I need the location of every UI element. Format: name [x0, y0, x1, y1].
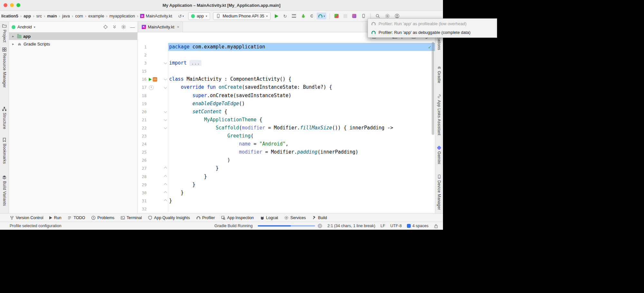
collapse-all-button[interactable] [112, 25, 117, 29]
layout-inspector-button[interactable] [351, 13, 358, 19]
hide-panel-button[interactable]: — [130, 25, 135, 30]
breadcrumb-item-mainactivity-kt[interactable]: KMainActivity.kt [139, 13, 173, 19]
rerun-button[interactable]: ↻ [282, 13, 288, 20]
fold-marker-icon[interactable] [164, 118, 167, 121]
code-text[interactable]: setContent { [168, 108, 435, 116]
tool-window-button-terminal[interactable]: Terminal [120, 216, 142, 220]
breadcrumb-item-myapplication[interactable]: myapplication [109, 13, 136, 19]
cancel-build-icon[interactable]: × [318, 224, 322, 228]
code-text[interactable]: modifier = Modifier.padding(innerPadding… [168, 148, 435, 156]
fold-marker-icon[interactable] [164, 77, 167, 81]
fold-marker-icon[interactable] [164, 183, 167, 186]
attach-debugger-button[interactable] [333, 13, 340, 19]
fold-marker-icon[interactable] [164, 167, 167, 170]
encoding-widget[interactable]: UTF-8 [390, 224, 402, 228]
run-line-icon[interactable] [149, 78, 152, 81]
code-text[interactable] [168, 51, 435, 59]
close-window-button[interactable] [4, 3, 7, 7]
tool-stripe-build-variants[interactable]: Build Variants [2, 175, 7, 206]
code-text[interactable] [168, 205, 435, 213]
tool-window-button-run[interactable]: Run [49, 216, 61, 220]
breadcrumb-item-lication5[interactable]: lication5 [1, 13, 19, 19]
tool-window-button-build[interactable]: Build [312, 216, 327, 220]
code-text[interactable]: name = "Android", [168, 140, 435, 148]
code-text[interactable]: } [168, 181, 435, 189]
breadcrumb-item-main[interactable]: main [46, 13, 57, 19]
code-text[interactable]: Scaffold(modifier = Modifier.fillMaxSize… [168, 124, 435, 132]
code-text[interactable]: enableEdgeToEdge() [168, 100, 435, 108]
run-config-select[interactable]: app ▾ [188, 12, 210, 20]
tool-window-button-app-quality-insights[interactable]: App Quality Insights [148, 216, 190, 220]
breadcrumb-item-example[interactable]: example [88, 13, 105, 19]
tool-window-button-version-control[interactable]: Version Control [10, 216, 43, 220]
code-text[interactable]: class MainActivity : ComponentActivity()… [168, 75, 435, 83]
tool-window-button-todo[interactable]: TODO [67, 216, 85, 220]
minimize-window-button[interactable] [10, 3, 14, 7]
code-text[interactable]: } [168, 173, 435, 181]
breadcrumb-item-com[interactable]: com [74, 13, 84, 19]
code-text[interactable]: import ... [168, 59, 435, 67]
fold-marker-icon[interactable] [164, 191, 167, 194]
running-devices-button[interactable] [360, 13, 367, 19]
apply-code-changes-button[interactable]: C [309, 13, 315, 19]
breadcrumb-item-src[interactable]: src [36, 13, 43, 19]
debug-button[interactable] [300, 13, 307, 19]
project-tree-item-gradle-scripts[interactable]: ▸Gradle Scripts [9, 40, 137, 48]
line-ending-widget[interactable]: LF [380, 224, 385, 228]
tool-stripe-bookmarks[interactable]: Bookmarks [2, 137, 7, 164]
locate-button[interactable] [103, 25, 108, 29]
code-text[interactable]: super.onCreate(savedInstanceState) [168, 92, 435, 100]
indent-widget[interactable]: 4 spaces [407, 224, 428, 228]
lock-icon[interactable] [434, 224, 438, 228]
panel-settings-button[interactable] [121, 25, 126, 29]
project-tree-item-app[interactable]: ▸app [9, 32, 137, 40]
code-text[interactable]: MyApplicationTheme { [168, 116, 435, 124]
code-text[interactable]: override fun onCreate(savedInstanceState… [168, 83, 435, 91]
close-tab-icon[interactable]: × [177, 25, 179, 29]
tool-window-button-logcat[interactable]: Logcat [260, 216, 278, 220]
stop-button[interactable] [342, 13, 349, 19]
tool-window-button-services[interactable]: Services [284, 216, 306, 220]
code-text[interactable]: } [168, 197, 435, 205]
expand-chevron-icon[interactable]: ▸ [12, 34, 15, 38]
code-text[interactable]: } [168, 164, 435, 172]
profiler-menu-item-profileable[interactable]: Profiler: Run 'app' as profileable (low … [368, 19, 497, 28]
fold-marker-icon[interactable] [164, 126, 167, 129]
expand-chevron-icon[interactable]: ▸ [12, 42, 15, 46]
inspections-ok-icon[interactable]: ✓ [428, 45, 432, 50]
fold-marker-icon[interactable] [164, 199, 167, 202]
code-text[interactable]: package com.example.myapplication [168, 43, 435, 51]
tool-stripe-app-links-assistant[interactable]: App Links Assistant [437, 94, 442, 136]
fold-marker-icon[interactable] [164, 61, 167, 64]
run-configurations-button[interactable] [291, 13, 297, 19]
fold-marker-icon[interactable] [164, 86, 167, 89]
zoom-window-button[interactable] [16, 3, 20, 7]
code-editor[interactable]: 1package com.example.myapplication23impo… [138, 32, 435, 213]
caret-position[interactable]: 2:1 (34 chars, 1 line break) [327, 224, 375, 228]
fold-marker-icon[interactable] [164, 110, 167, 113]
profiler-button[interactable]: ▾ [317, 13, 326, 19]
tab-mainactivity[interactable]: K MainActivity.kt × [138, 22, 183, 32]
breadcrumb-item-app[interactable]: app [23, 13, 32, 19]
tool-stripe-project[interactable]: Project [2, 24, 7, 42]
code-text[interactable]: } [168, 189, 435, 197]
project-view-selector[interactable]: Android ▾ [12, 25, 35, 29]
run-button[interactable] [274, 13, 280, 19]
sync-button[interactable]: ↺▾ [177, 13, 185, 20]
code-text[interactable] [168, 67, 435, 75]
editor-scrollbar[interactable] [432, 42, 434, 135]
breadcrumb-item-java[interactable]: java [62, 13, 71, 19]
tool-window-button-problems[interactable]: Problems [91, 216, 114, 220]
device-select[interactable]: Medium Phone API 35 ▾ [213, 12, 271, 20]
tool-window-button-app-inspection[interactable]: App Inspection [221, 216, 254, 220]
tool-stripe-gradle[interactable]: Gradle [437, 65, 442, 83]
tool-window-button-profiler[interactable]: Profiler [196, 216, 215, 220]
code-text[interactable]: ) [168, 156, 435, 164]
tool-stripe-device-manager[interactable]: Device Manager [437, 174, 442, 210]
tool-stripe-resource-manager[interactable]: Resource Manager [2, 47, 7, 88]
profiler-menu-item-debuggable[interactable]: Profiler: Run 'app' as debuggable (compl… [368, 28, 497, 37]
tool-stripe-structure[interactable]: Structure [2, 106, 7, 129]
override-method-icon[interactable]: ↑ [149, 85, 154, 90]
compose-preview-icon[interactable]: <> [153, 77, 157, 82]
tool-stripe-gemini[interactable]: Gemini [437, 146, 441, 164]
